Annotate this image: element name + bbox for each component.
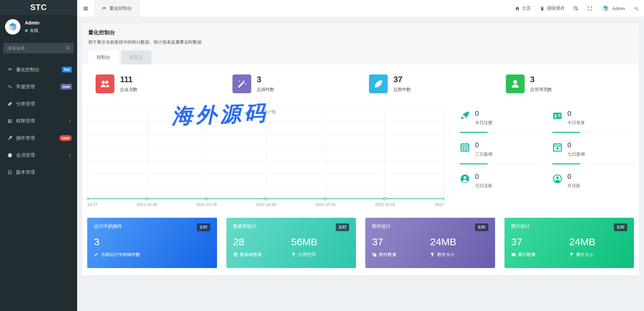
quick-stat-month-active: 0 月活跃 — [552, 173, 634, 189]
realtime-badge: 实时 — [336, 223, 349, 231]
x-tick-label: 2022-10-27 — [87, 202, 98, 207]
search-icon — [66, 46, 70, 50]
sidebar-item-label: 会员管理 — [16, 152, 35, 158]
search-input[interactable] — [3, 43, 74, 53]
quick-stat-label: 月活跃 — [568, 183, 581, 189]
stat-total-admins: 3 总管理员数 — [497, 74, 634, 93]
card-attachment-stats: 附件统计 实时 37 24MB 附件数量 附件大小 — [365, 218, 495, 268]
quick-stat-value: 0 — [568, 173, 581, 180]
card-value: 24MB — [569, 236, 627, 247]
tab-custom[interactable]: 自定义 — [121, 50, 152, 64]
calendar-icon — [460, 142, 470, 152]
x-tick-label: 2022-11-02 — [435, 202, 445, 207]
cube-logo-icon — [602, 5, 609, 12]
image-icon — [511, 252, 516, 257]
cogs-icon — [634, 6, 639, 11]
home-link[interactable]: 主页 — [515, 5, 531, 11]
data-point-marker — [145, 197, 148, 200]
users-icon — [100, 79, 110, 89]
x-tick-label: 2022-10-30 — [256, 202, 276, 207]
magic-wand-icon — [237, 79, 247, 89]
page-title: 量化控制台 — [88, 29, 633, 36]
card-metric-label: 占用空间 — [298, 252, 316, 258]
card-value: 37 — [511, 236, 569, 247]
sidebar-item-category[interactable]: 分类管理 — [0, 95, 77, 112]
quick-stat-label: 七日新增 — [568, 151, 585, 157]
rocket-icon — [460, 111, 470, 121]
stats-row: 111 总会员数 3 总插件数 37 总附件数 3 — [87, 74, 634, 93]
clone-icon — [372, 252, 377, 257]
user-menu[interactable]: Admin — [601, 4, 625, 13]
fullscreen-button[interactable] — [587, 6, 592, 11]
clear-cache-button[interactable]: 清除缓存 — [540, 5, 565, 11]
user-circle-solid-icon — [460, 174, 470, 184]
stat-total-members: 111 总会员数 — [87, 74, 224, 93]
stat-total-addons: 3 总插件数 — [224, 74, 361, 93]
gauge-icon — [7, 67, 12, 72]
calendar-plus-icon — [552, 142, 562, 152]
panel-tabs: 控制台 自定义 — [88, 50, 633, 64]
user-status: 在线 — [25, 28, 40, 34]
panel-body: 111 总会员数 3 总插件数 37 总附件数 3 — [82, 64, 639, 275]
rocket-icon — [7, 136, 12, 141]
card-metric-label: 数据表数量 — [240, 252, 262, 258]
sidebar-item-dashboard[interactable]: 量化控制台 hot — [0, 61, 77, 78]
quick-stat-value: 0 — [475, 173, 492, 180]
data-point-marker — [87, 197, 89, 200]
tab-console[interactable]: 控制台 — [88, 50, 119, 64]
quick-stat-today-register: 0 今日注册 — [460, 110, 542, 133]
funnel-icon — [291, 252, 296, 257]
sidebar-item-label: 权限管理 — [16, 118, 35, 124]
quick-stat-value: 0 — [568, 110, 585, 117]
stat-value: 3 — [257, 75, 274, 84]
stat-label: 总附件数 — [393, 87, 411, 93]
x-tick-label: 2022-10-29 — [196, 202, 217, 207]
sidebar-toggle-button[interactable] — [77, 0, 94, 17]
sidebar-item-member[interactable]: 会员管理 — [0, 147, 77, 164]
card-value: 56MB — [291, 236, 349, 247]
card-metric-label: 图片数量 — [518, 252, 536, 258]
user-panel: Admin 在线 — [0, 15, 77, 38]
clear-cache-label: 清除缓存 — [547, 5, 565, 11]
sidebar-item-addon[interactable]: 插件管理 new — [0, 129, 77, 147]
funnel-icon — [569, 252, 574, 257]
file-icon — [7, 170, 12, 175]
card-metric-label: 附件大小 — [437, 252, 454, 258]
sidebar: STC Admin 在线 量化控制台 hot 常规管理 new 分类管理 权限管… — [0, 0, 77, 311]
language-icon — [574, 6, 579, 11]
data-point-marker — [264, 197, 267, 200]
divider — [460, 132, 542, 133]
user-status-label: 在线 — [30, 28, 38, 34]
divider — [552, 132, 634, 133]
sidebar-item-general[interactable]: 常规管理 new — [0, 78, 77, 95]
avatar — [5, 19, 20, 35]
card-title: 附件统计 — [372, 223, 391, 229]
stat-chip — [232, 74, 251, 93]
quick-stat-value: 0 — [568, 141, 585, 148]
sidebar-item-label: 常规管理 — [16, 84, 35, 90]
database-icon — [233, 252, 238, 257]
stat-label: 总插件数 — [257, 87, 274, 93]
quick-stat-label: 今日注册 — [475, 120, 492, 126]
chevron-left-icon — [67, 153, 72, 157]
data-point-marker — [443, 197, 444, 200]
realtime-badge: 实时 — [475, 223, 488, 231]
card-database-stats: 数据库统计 实时 28 56MB 数据表数量 占用空间 — [226, 218, 356, 268]
quick-stat-label: 今日登录 — [568, 120, 585, 126]
gauge-icon — [102, 6, 107, 11]
data-point-marker — [205, 197, 208, 200]
sidebar-item-auth[interactable]: 权限管理 — [0, 112, 77, 129]
quick-stat-3day-new: 0 三日新增 — [460, 141, 542, 164]
card-title: 图片统计 — [511, 223, 530, 229]
topbar-tab-dashboard[interactable]: 量化控制台 — [94, 0, 140, 17]
sidebar-item-version[interactable]: 版本管理 — [0, 164, 77, 181]
sidebar-menu: 量化控制台 hot 常规管理 new 分类管理 权限管理 插件管理 new 会员… — [0, 61, 77, 181]
menu-search — [3, 43, 74, 53]
hot-badge: hot — [62, 67, 72, 72]
user-name: Admin — [25, 20, 40, 25]
quick-stat-label: 三日新增 — [475, 151, 492, 157]
language-button[interactable] — [574, 6, 579, 11]
users-icon — [7, 118, 12, 123]
settings-button[interactable] — [634, 6, 639, 11]
chevron-left-icon — [67, 119, 72, 123]
